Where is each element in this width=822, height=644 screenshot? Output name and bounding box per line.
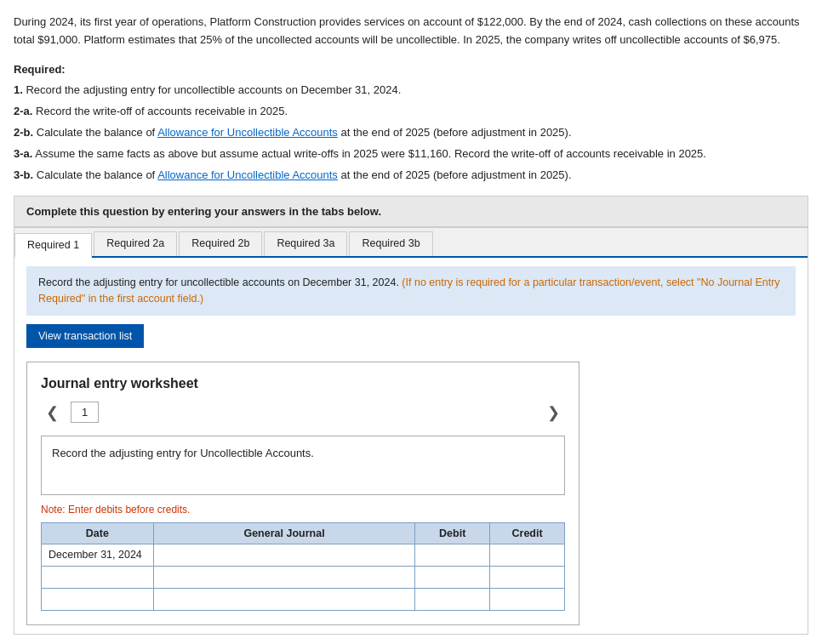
row1-journal[interactable] [153,544,415,566]
item-1-text: Record the adjusting entry for uncollect… [26,83,401,96]
instruction-box: Complete this question by entering your … [14,196,808,227]
entry-description: Record the adjusting entry for Uncollect… [41,436,565,495]
note-text: Note: Enter debits before credits. [41,504,565,516]
tabs-container: Required 1 Required 2a Required 2b Requi… [14,227,808,635]
col-header-debit: Debit [415,522,490,544]
item-3a-bold: 3-a. [14,147,32,160]
entry-description-text: Record the adjusting entry for Uncollect… [52,447,314,459]
prev-arrow[interactable]: ❮ [41,402,64,424]
col-header-journal: General Journal [153,522,415,544]
col-header-date: Date [42,522,154,544]
col-header-credit: Credit [490,522,565,544]
problem-intro: During 2024, its first year of operation… [14,14,808,49]
item-3a-text: Assume the same facts as above but assum… [35,147,706,160]
row2-debit[interactable] [415,566,490,588]
row2-journal-input[interactable] [161,571,408,583]
tabs-row: Required 1 Required 2a Required 2b Requi… [14,228,808,258]
row1-credit[interactable] [490,544,565,566]
row3-credit[interactable] [490,588,565,610]
row2-date [42,566,154,588]
required-section: Required: 1. Record the adjusting entry … [14,61,808,185]
table-row: December 31, 2024 [42,544,565,566]
view-transaction-button[interactable]: View transaction list [26,324,144,348]
tab-required2b[interactable]: Required 2b [179,231,262,256]
row2-credit-input[interactable] [497,571,557,583]
journal-table: Date General Journal Debit Credit Decemb… [41,522,565,611]
row1-debit-input[interactable] [422,549,482,561]
row2-journal[interactable] [153,566,415,588]
tab-required1[interactable]: Required 1 [14,233,92,258]
row1-date-value: December 31, 2024 [49,549,142,561]
tab-instruction: Record the adjusting entry for uncollect… [26,266,796,316]
item-2b-bold: 2-b. [14,126,33,139]
nav-row: ❮ 1 ❯ [41,402,565,424]
table-row [42,566,565,588]
worksheet-box: Journal entry worksheet ❮ 1 ❯ Record the… [26,362,579,625]
row1-credit-input[interactable] [497,549,557,561]
row1-debit[interactable] [415,544,490,566]
row2-debit-input[interactable] [422,571,482,583]
item-3b-text: Calculate the balance of Allowance for U… [37,168,572,181]
item-3b-bold: 3-b. [14,168,33,181]
intro-text: During 2024, its first year of operation… [14,15,800,46]
row3-date [42,588,154,610]
item-2a-text: Record the write-off of accounts receiva… [36,105,288,117]
required-label: Required: [14,63,66,76]
row3-journal-input[interactable] [161,593,408,605]
table-row [42,588,565,610]
view-transaction-label: View transaction list [38,330,132,342]
row3-debit-input[interactable] [422,593,482,605]
tab-instruction-main: Record the adjusting entry for uncollect… [38,276,780,305]
item-2b-text: Calculate the balance of Allowance for U… [37,126,572,139]
tab-content: Record the adjusting entry for uncollect… [14,258,808,634]
tab-required3b[interactable]: Required 3b [349,231,432,256]
page-number: 1 [71,402,99,423]
row1-date: December 31, 2024 [42,544,154,566]
item-2a-bold: 2-a. [14,105,32,117]
tab-required3a[interactable]: Required 3a [264,231,347,256]
instruction-box-text: Complete this question by entering your … [26,205,381,218]
tab-required2a[interactable]: Required 2a [94,231,177,256]
row1-journal-input[interactable] [161,549,408,561]
row2-credit[interactable] [490,566,565,588]
tab-instruction-sub: (If no entry is required for a particula… [38,276,780,305]
next-arrow[interactable]: ❯ [542,402,565,424]
row3-journal[interactable] [153,588,415,610]
worksheet-title: Journal entry worksheet [41,376,565,391]
item-1-bold: 1. [14,83,23,96]
row3-debit[interactable] [415,588,490,610]
row3-credit-input[interactable] [497,593,557,605]
